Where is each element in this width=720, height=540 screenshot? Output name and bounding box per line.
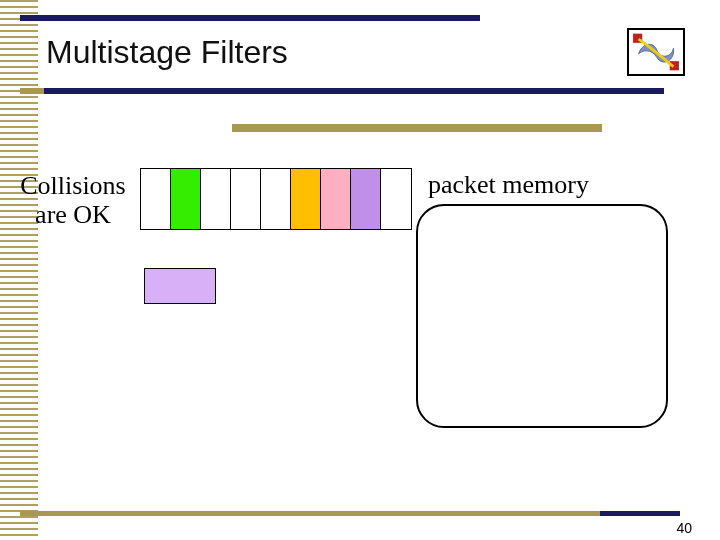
stage-cell-1 [171,169,201,229]
footer-bar [20,511,680,516]
slide-title: Multistage Filters [46,34,288,71]
collisions-label: Collisions are OK [8,172,138,229]
collisions-label-line2: are OK [35,200,111,229]
stage-cell-3 [231,169,261,229]
stage-cell-6 [321,169,351,229]
packet-memory-box [416,204,668,428]
stage-cell-4 [261,169,291,229]
stage-cell-7 [351,169,381,229]
decorative-bar-olive [232,124,602,132]
stage-cell-8 [381,169,411,229]
logo-icon [627,28,685,76]
stage-cell-0 [141,169,171,229]
slide-number: 40 [676,520,692,536]
stage-cell-2 [201,169,231,229]
incoming-packet [144,268,216,304]
filter-stage [140,168,412,230]
packet-memory-label: packet memory [428,170,589,200]
template-pinstripes [0,0,38,540]
decorative-bar-under-title [44,88,664,94]
decorative-bar-top [20,15,480,21]
stage-cell-5 [291,169,321,229]
footer-bar-dark [600,511,680,516]
collisions-label-line1: Collisions [20,171,125,200]
